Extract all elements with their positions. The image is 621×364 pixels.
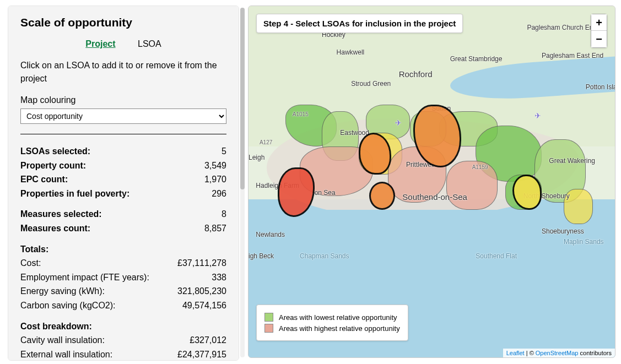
place-label: Newlands [256, 231, 285, 238]
lsoa-selected[interactable] [369, 182, 395, 210]
stat-value: 3,549 [204, 159, 226, 173]
breakdown-value: £327,012 [190, 333, 226, 347]
place-label: Great Wakering [549, 157, 595, 165]
total-value: 49,574,156 [182, 298, 226, 313]
legend-label: Areas with lowest relative opportunity [279, 313, 397, 322]
stat-label: LSOAs selected: [20, 144, 90, 159]
place-label: Rochford [399, 69, 433, 79]
place-label: igh Beck [249, 252, 274, 260]
place-label: Hawkwell [337, 48, 365, 56]
stat-value: 1,970 [204, 172, 226, 187]
place-label: Shoeburyness [542, 227, 584, 235]
total-value: £37,111,278 [177, 256, 226, 270]
tab-lsoa[interactable]: LSOA [138, 39, 161, 49]
stat-label: Property count: [20, 159, 86, 173]
stat-label: Measures count: [20, 221, 90, 236]
step-banner: Step 4 - Select LSOAs for inclusion in t… [256, 14, 463, 33]
leaflet-link[interactable]: Leaflet [506, 350, 525, 356]
stat-value: 5 [222, 144, 226, 159]
breakdown-header: Cost breakdown: [20, 319, 92, 334]
place-label: Paglesham Church End [527, 24, 597, 31]
stat-label: Measures selected: [20, 207, 102, 221]
place-label: Chapman Sands [300, 252, 349, 260]
place-label: Paglesham East End [542, 52, 603, 59]
place-label: Potton Island [586, 83, 615, 91]
place-label: Stroud Green [351, 80, 391, 88]
map-attribution: Leaflet | © OpenStreetMap contributors [503, 349, 615, 357]
tabs: Project LSOA [20, 39, 226, 49]
stat-label: Properties in fuel poverty: [20, 187, 129, 201]
legend-label: Areas with highest relative opportunity [279, 324, 400, 333]
stats-block: LSOAs selected:5 Property count:3,549 EP… [20, 144, 226, 361]
legend-swatch-low [264, 313, 273, 322]
total-label: Energy saving (kWh): [20, 284, 105, 298]
osm-link[interactable]: OpenStreetMap [536, 350, 579, 356]
airport-icon: ✈ [534, 111, 541, 120]
legend-swatch-high [264, 324, 273, 333]
stat-value: 8 [222, 207, 226, 221]
stat-value: 296 [212, 187, 226, 201]
road-label: A1159 [472, 164, 488, 170]
stat-value: 8,857 [204, 221, 226, 236]
place-label: Southend-on-Sea [402, 192, 467, 202]
zoom-in-button[interactable]: + [591, 14, 607, 31]
zoom-control: + − [591, 14, 607, 48]
totals-header: Totals: [20, 242, 48, 257]
breakdown-label: Cavity wall insulation: [20, 333, 105, 347]
sidebar-panel: Scale of opportunity Project LSOA Click … [8, 6, 239, 361]
place-label: Maplin Sands [564, 238, 604, 246]
map-legend: Areas with lowest relative opportunity A… [256, 305, 408, 341]
place-label: Southend Flat [476, 252, 517, 260]
instructions-text: Click on an LSOA to add it to or remove … [20, 59, 226, 85]
total-value: 338 [212, 270, 226, 285]
total-label: Carbon saving (kgCO2): [20, 298, 116, 313]
divider [20, 134, 226, 134]
airport-icon: ✈ [395, 118, 402, 127]
stat-label: EPC count: [20, 172, 68, 187]
place-label: Great Stambridge [450, 55, 503, 63]
place-label: Leigh [249, 154, 264, 161]
breakdown-label: External wall insulation: [20, 347, 112, 361]
scrollbar-thumb[interactable] [240, 8, 245, 189]
place-label: on Sea [315, 189, 336, 197]
tab-project[interactable]: Project [85, 39, 115, 49]
panel-title: Scale of opportunity [20, 16, 226, 29]
road-label: A127 [260, 139, 272, 145]
map-colouring-select[interactable]: Cost opportunity [20, 108, 226, 124]
colouring-label: Map colouring [20, 95, 226, 105]
zoom-out-button[interactable]: − [591, 31, 607, 47]
road-label: A1015 [293, 111, 309, 117]
total-value: 321,805,230 [177, 284, 226, 298]
total-label: Cost: [20, 256, 41, 270]
total-label: Employment impact (FTE years): [20, 270, 149, 285]
breakdown-value: £24,377,915 [177, 347, 226, 361]
map-canvas[interactable]: Rochford Hockley Hawkwell Stroud Green G… [248, 6, 615, 358]
